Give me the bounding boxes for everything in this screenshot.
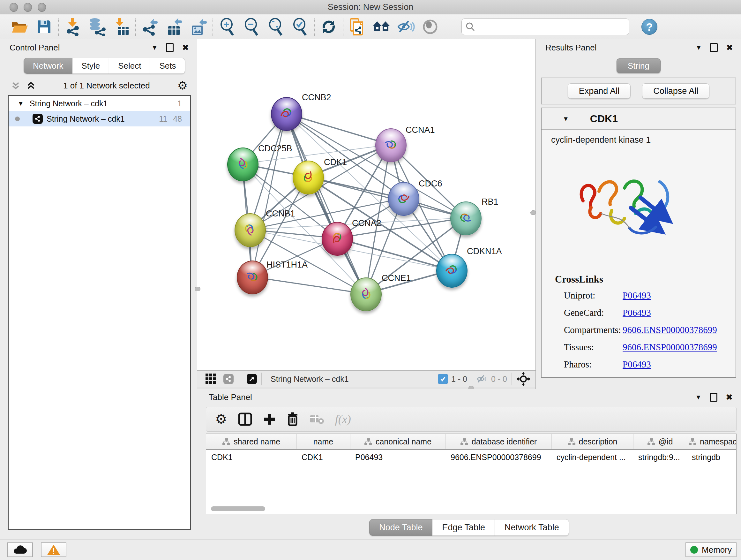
export-table-button[interactable]: [162, 17, 186, 37]
expand-all-icon[interactable]: [26, 81, 36, 90]
table-type-tabs: Node TableEdge TableNetwork Table: [197, 519, 741, 536]
search-input[interactable]: [478, 22, 625, 32]
node-CDKN1A[interactable]: [436, 254, 468, 288]
import-table-file-button[interactable]: [109, 17, 133, 37]
delete-column-button[interactable]: [286, 412, 299, 426]
zoom-selected-button[interactable]: [288, 17, 312, 37]
close-panel-icon[interactable]: ✖: [182, 43, 189, 53]
collapse-all-icon[interactable]: [11, 81, 20, 90]
node-CCNA2[interactable]: [322, 222, 353, 256]
grid-view-icon[interactable]: [205, 373, 217, 385]
birds-eye-view-icon[interactable]: [247, 374, 257, 384]
node-CDC6[interactable]: [388, 182, 419, 216]
table-cell-canonical-name[interactable]: P06493: [350, 449, 446, 464]
table-row[interactable]: CDK1CDK1P064939606.ENSP00000378699cyclin…: [206, 449, 737, 464]
network-collection-row[interactable]: ▼ String Network – cdk1 1: [9, 96, 190, 111]
tab-sets[interactable]: Sets: [150, 58, 185, 74]
column-header-namespace[interactable]: namespace: [687, 434, 737, 449]
export-network-button[interactable]: [138, 17, 162, 37]
column-source-icon: [222, 438, 230, 445]
warnings-button[interactable]: [41, 543, 66, 557]
export-image-button[interactable]: [186, 17, 211, 37]
table-cell-shared-name[interactable]: CDK1: [206, 449, 296, 464]
tab-network-table[interactable]: Network Table: [495, 519, 569, 536]
node-CDC25B[interactable]: [227, 147, 259, 181]
window-title: Session: New Session: [0, 2, 741, 12]
tab-style[interactable]: Style: [72, 58, 109, 74]
table-cell-name[interactable]: CDK1: [296, 449, 350, 464]
close-panel-icon[interactable]: ✖: [726, 43, 733, 53]
first-neighbors-button[interactable]: [369, 17, 394, 37]
apply-layout-button[interactable]: [317, 17, 341, 37]
crosslink-link-compartments-[interactable]: 9606.ENSP00000378699: [623, 325, 717, 335]
panel-menu-icon[interactable]: ▼: [695, 394, 701, 401]
network-type-icon[interactable]: [223, 374, 233, 384]
table-panel: Table Panel ▼ ✖ ⚙ f(x): [197, 389, 741, 540]
crosslink-link-uniprot-[interactable]: P06493: [623, 290, 651, 301]
open-session-button[interactable]: [8, 17, 32, 37]
column-header-description[interactable]: description: [551, 434, 633, 449]
table-cell-description[interactable]: cyclin-dependent ...: [551, 449, 633, 464]
show-columns-button[interactable]: [238, 412, 252, 426]
node-CCNB2[interactable]: [271, 97, 302, 131]
node-CCNA1[interactable]: [375, 128, 407, 162]
tab-edge-table[interactable]: Edge Table: [432, 519, 495, 536]
save-session-button[interactable]: [32, 17, 56, 37]
crosslink-link-tissues-[interactable]: 9606.ENSP00000378699: [623, 342, 717, 353]
crosslink-link-pharos-[interactable]: P06493: [623, 359, 651, 370]
table-options-gear-button[interactable]: ⚙: [215, 413, 227, 426]
column-header-canonical-name[interactable]: canonical name: [350, 434, 446, 449]
panel-menu-icon[interactable]: ▼: [151, 44, 158, 51]
tab-node-table[interactable]: Node Table: [369, 519, 432, 536]
column-header-database-identifier[interactable]: database identifier: [446, 434, 551, 449]
node-RB1[interactable]: [450, 201, 482, 235]
zoom-fit-button[interactable]: [264, 17, 288, 37]
memory-button[interactable]: Memory: [685, 543, 737, 557]
horizontal-scrollbar-thumb[interactable]: [211, 506, 265, 511]
zoom-out-button[interactable]: [239, 17, 264, 37]
tab-network[interactable]: Network: [23, 58, 72, 74]
crosslink-link-genecard-[interactable]: P06493: [623, 307, 651, 318]
float-panel-icon[interactable]: [710, 393, 718, 401]
network-row[interactable]: String Network – cdk1 11 48: [9, 111, 190, 126]
column-header-name[interactable]: name: [296, 434, 350, 449]
float-panel-icon[interactable]: [710, 43, 718, 52]
node-CCNE1[interactable]: [350, 277, 382, 311]
close-panel-icon[interactable]: ✖: [726, 392, 733, 402]
string-network-icon: [32, 114, 43, 124]
collapse-all-button[interactable]: Collapse All: [642, 83, 710, 99]
panel-menu-icon[interactable]: ▼: [695, 44, 702, 51]
tab-select[interactable]: Select: [109, 58, 150, 74]
copy-network-button[interactable]: [345, 17, 369, 37]
collection-expander-icon[interactable]: ▼: [17, 100, 24, 107]
column-header-shared-name[interactable]: shared name: [206, 434, 296, 449]
zoom-in-button[interactable]: [215, 17, 239, 37]
import-network-database-button[interactable]: [85, 17, 109, 37]
float-panel-icon[interactable]: [166, 43, 174, 52]
fit-selected-crosshair-icon[interactable]: [516, 372, 530, 386]
left-splitter-grip[interactable]: [195, 287, 200, 291]
table-cell-namespace[interactable]: stringdb: [687, 449, 737, 464]
expand-all-button[interactable]: Expand All: [568, 83, 631, 99]
network-options-gear-icon[interactable]: ⚙: [178, 80, 188, 91]
cloud-status-button[interactable]: [7, 543, 33, 557]
hide-selected-button[interactable]: [394, 17, 418, 37]
tab-string[interactable]: String: [616, 58, 661, 73]
create-column-button[interactable]: [263, 413, 276, 426]
node-CDK1[interactable]: [293, 161, 324, 194]
column-header--id[interactable]: @id: [633, 434, 687, 449]
edge-CCNB2-HIST1H1A[interactable]: [252, 113, 286, 277]
collection-label: String Network – cdk1: [30, 99, 172, 108]
node-HIST1H1A[interactable]: [237, 260, 268, 294]
table-cell-database-identifier[interactable]: 9606.ENSP00000378699: [446, 449, 551, 464]
network-canvas[interactable]: CCNB2 CCNA1 CDC25B CDK1 CDC6 RB1: [197, 39, 536, 370]
edge-HIST1H1A-CCNE1[interactable]: [252, 277, 365, 294]
node-CCNB1[interactable]: [234, 213, 266, 247]
show-all-button[interactable]: [418, 17, 442, 37]
table-cell--id[interactable]: stringdb:9...: [633, 449, 687, 464]
help-button[interactable]: ?: [642, 19, 657, 35]
selection-checkbox[interactable]: [438, 374, 448, 384]
import-network-file-button[interactable]: [61, 17, 85, 37]
gene-card-header[interactable]: ▼ CDK1: [542, 108, 736, 130]
gene-expander-icon[interactable]: ▼: [562, 115, 569, 123]
